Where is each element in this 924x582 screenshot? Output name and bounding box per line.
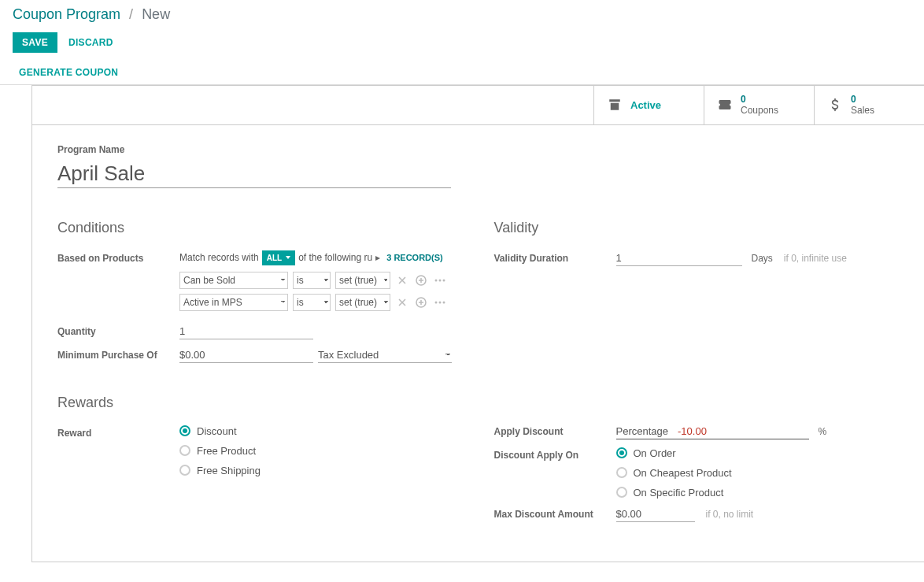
radio-icon — [616, 447, 627, 458]
svg-point-5 — [435, 301, 438, 303]
label-based-on-products: Based on Products — [57, 250, 172, 264]
radio-icon — [616, 467, 627, 478]
rule-add-0[interactable] — [414, 273, 428, 287]
apply-on-specific[interactable]: On Specific Product — [616, 487, 732, 499]
section-conditions: Conditions — [57, 220, 463, 236]
generate-coupon-button[interactable]: GENERATE COUPON — [0, 61, 924, 85]
rule-delete-0[interactable] — [395, 273, 409, 287]
discount-value-input[interactable] — [678, 424, 804, 439]
rule-more-0[interactable] — [433, 273, 447, 287]
stat-sales-label: Sales — [851, 105, 874, 116]
program-name-label: Program Name — [57, 144, 899, 155]
section-rewards: Rewards — [57, 395, 463, 411]
rule-field-1[interactable]: Active in MPS — [179, 294, 288, 311]
rule-more-1[interactable] — [433, 295, 447, 310]
discount-type[interactable]: Percentage — [616, 425, 669, 437]
breadcrumb-parent[interactable]: Coupon Program — [13, 6, 120, 22]
stat-sales[interactable]: 0 Sales — [814, 86, 924, 124]
form-sheet: Active 0 Coupons 0 Sales — [31, 85, 924, 562]
label-quantity: Quantity — [57, 324, 172, 337]
dollar-icon — [827, 97, 843, 113]
label-discount-apply-on: Discount Apply On — [494, 447, 608, 461]
svg-point-3 — [443, 279, 445, 281]
min-purchase-input[interactable] — [179, 347, 313, 363]
validity-unit: Days — [752, 253, 773, 264]
rule-add-1[interactable] — [414, 295, 428, 310]
records-link[interactable]: 3 RECORD(S) — [386, 253, 443, 262]
tax-select[interactable]: Tax Excluded — [318, 347, 452, 363]
rule-delete-1[interactable] — [395, 295, 409, 310]
ticket-icon — [717, 97, 733, 113]
validity-hint: if 0, infinite use — [784, 253, 847, 264]
radio-icon — [179, 445, 190, 456]
max-discount-input[interactable] — [616, 506, 695, 522]
radio-icon — [616, 487, 627, 498]
stat-coupons-label: Coupons — [741, 105, 778, 116]
apply-on-cheapest[interactable]: On Cheapest Product — [616, 467, 732, 479]
reward-option-free-product[interactable]: Free Product — [179, 445, 261, 457]
label-reward: Reward — [57, 425, 172, 439]
discount-unit: % — [819, 426, 827, 437]
validity-duration-input[interactable] — [616, 250, 742, 266]
discard-button[interactable]: DISCARD — [68, 37, 113, 48]
label-max-discount: Max Discount Amount — [494, 506, 608, 520]
max-discount-hint: if 0, no limit — [706, 509, 754, 520]
stat-sales-count: 0 — [851, 94, 874, 105]
archive-icon — [607, 97, 623, 113]
match-all-badge[interactable]: ALL — [262, 250, 295, 265]
label-min-purchase: Minimum Purchase Of — [57, 347, 172, 361]
label-validity-duration: Validity Duration — [494, 250, 608, 264]
svg-point-7 — [443, 301, 445, 303]
reward-option-free-shipping[interactable]: Free Shipping — [179, 465, 261, 476]
stat-active-label: Active — [630, 99, 661, 111]
stat-coupons[interactable]: 0 Coupons — [704, 86, 814, 124]
quantity-input[interactable] — [179, 324, 313, 339]
rule-op-1[interactable]: is — [293, 294, 331, 311]
apply-on-order[interactable]: On Order — [616, 447, 732, 459]
label-apply-discount: Apply Discount — [494, 424, 608, 437]
rule-row-1: Active in MPS is set (true) — [179, 294, 463, 311]
svg-point-6 — [439, 301, 442, 303]
save-button[interactable]: SAVE — [13, 32, 57, 53]
breadcrumb-separator: / — [129, 6, 133, 22]
action-row: SAVE DISCARD — [0, 29, 924, 61]
radio-icon — [179, 425, 190, 436]
rule-op-0[interactable]: is — [293, 272, 331, 289]
stat-coupons-count: 0 — [741, 94, 778, 105]
rule-field-0[interactable]: Can be Sold — [179, 272, 288, 289]
rule-row-0: Can be Sold is set (true) — [179, 272, 463, 289]
rule-val-1[interactable]: set (true) — [335, 294, 390, 311]
radio-icon — [179, 465, 190, 476]
svg-point-2 — [439, 279, 442, 281]
match-suffix: of the following ru — [298, 252, 372, 263]
reward-option-discount[interactable]: Discount — [179, 425, 261, 437]
breadcrumb: Coupon Program / New — [0, 0, 924, 29]
arrow-right-icon: ▸ — [375, 252, 380, 263]
stat-active[interactable]: Active — [593, 86, 704, 124]
rule-val-0[interactable]: set (true) — [335, 272, 390, 289]
svg-point-1 — [435, 279, 438, 281]
section-validity: Validity — [494, 220, 900, 236]
program-name-input[interactable] — [57, 160, 451, 188]
breadcrumb-current: New — [142, 6, 170, 22]
stat-buttons: Active 0 Coupons 0 Sales — [32, 86, 924, 125]
match-prefix: Match records with — [179, 252, 259, 263]
